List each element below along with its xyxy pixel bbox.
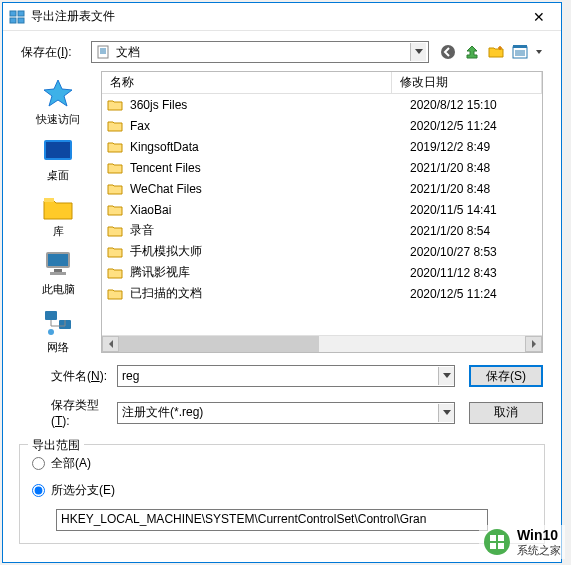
folder-icon bbox=[106, 285, 124, 303]
chevron-down-icon[interactable] bbox=[410, 43, 426, 61]
save-button[interactable]: 保存(S) bbox=[469, 365, 543, 387]
sidebar-item-libraries[interactable]: 库 bbox=[42, 193, 74, 239]
cancel-button[interactable]: 取消 bbox=[469, 402, 543, 424]
column-header-date[interactable]: 修改日期 bbox=[392, 72, 542, 93]
file-list-header: 名称 修改日期 bbox=[102, 72, 542, 94]
sidebar-item-label: 此电脑 bbox=[42, 282, 75, 297]
new-folder-button[interactable] bbox=[487, 43, 505, 61]
file-row[interactable]: XiaoBai2020/11/5 14:41 bbox=[102, 199, 542, 220]
file-row[interactable]: 录音2021/1/20 8:54 bbox=[102, 220, 542, 241]
scroll-left-button[interactable] bbox=[102, 336, 119, 352]
libraries-icon bbox=[42, 193, 74, 221]
file-date: 2021/1/20 8:48 bbox=[410, 182, 542, 196]
folder-icon bbox=[106, 243, 124, 261]
file-row[interactable]: Fax2020/12/5 11:24 bbox=[102, 115, 542, 136]
radio-all[interactable] bbox=[32, 457, 45, 470]
sidebar-item-quick-access[interactable]: 快速访问 bbox=[36, 77, 80, 127]
chevron-down-icon[interactable] bbox=[438, 404, 454, 422]
file-name: 录音 bbox=[130, 222, 410, 239]
file-date: 2020/11/5 14:41 bbox=[410, 203, 542, 217]
desktop-icon bbox=[42, 137, 74, 165]
file-row[interactable]: KingsoftData2019/12/2 8:49 bbox=[102, 136, 542, 157]
file-name: Tencent Files bbox=[130, 161, 410, 175]
sidebar-item-label: 快速访问 bbox=[36, 112, 80, 127]
svg-rect-1 bbox=[18, 11, 24, 16]
file-name: 360js Files bbox=[130, 98, 410, 112]
svg-rect-2 bbox=[10, 18, 16, 23]
filename-label: 文件名(N): bbox=[21, 368, 117, 385]
back-button[interactable] bbox=[439, 43, 457, 61]
column-header-name[interactable]: 名称 bbox=[102, 72, 392, 93]
close-button[interactable]: ✕ bbox=[519, 4, 559, 30]
svg-rect-15 bbox=[45, 311, 57, 320]
file-row[interactable]: Tencent Files2021/1/20 8:48 bbox=[102, 157, 542, 178]
scroll-right-button[interactable] bbox=[525, 336, 542, 352]
window-title: 导出注册表文件 bbox=[31, 8, 519, 25]
file-row[interactable]: 360js Files2020/8/12 15:10 bbox=[102, 94, 542, 115]
savein-value: 文档 bbox=[116, 44, 140, 61]
filetype-row: 保存类型(T): 注册文件(*.reg) 取消 bbox=[21, 397, 543, 428]
file-row[interactable]: 腾讯影视库2020/11/12 8:43 bbox=[102, 262, 542, 283]
places-sidebar: 快速访问 桌面 库 此电脑 网络 bbox=[21, 71, 95, 355]
view-dropdown[interactable] bbox=[535, 50, 543, 54]
folder-icon bbox=[106, 180, 124, 198]
file-name: Fax bbox=[130, 119, 410, 133]
svg-rect-10 bbox=[44, 198, 54, 202]
radio-selected[interactable] bbox=[32, 484, 45, 497]
svg-rect-13 bbox=[54, 269, 62, 272]
radio-selected-row[interactable]: 所选分支(E) bbox=[32, 482, 532, 499]
registry-icon bbox=[9, 9, 25, 25]
file-date: 2021/1/20 8:48 bbox=[410, 161, 542, 175]
folder-icon bbox=[106, 96, 124, 114]
svg-rect-19 bbox=[490, 535, 496, 541]
scroll-thumb[interactable] bbox=[119, 336, 319, 352]
filename-input[interactable]: reg bbox=[117, 365, 455, 387]
radio-all-row[interactable]: 全部(A) bbox=[32, 455, 532, 472]
horizontal-scrollbar[interactable] bbox=[102, 335, 542, 352]
file-list-area: 名称 修改日期 360js Files2020/8/12 15:10Fax202… bbox=[101, 71, 543, 353]
filename-row: 文件名(N): reg 保存(S) bbox=[21, 365, 543, 387]
up-button[interactable] bbox=[463, 43, 481, 61]
filename-value: reg bbox=[122, 369, 438, 383]
chevron-down-icon[interactable] bbox=[438, 367, 454, 385]
radio-all-label: 全部(A) bbox=[51, 455, 91, 472]
sidebar-item-desktop[interactable]: 桌面 bbox=[42, 137, 74, 183]
dialog-body: 保存在(I): 文档 快速访问 bbox=[3, 31, 561, 434]
scroll-track[interactable] bbox=[119, 336, 525, 352]
file-name: 已扫描的文档 bbox=[130, 285, 410, 302]
file-name: WeChat Files bbox=[130, 182, 410, 196]
sidebar-item-this-pc[interactable]: 此电脑 bbox=[42, 249, 75, 297]
svg-point-18 bbox=[484, 529, 510, 555]
export-registry-dialog: 导出注册表文件 ✕ 保存在(I): 文档 bbox=[2, 2, 562, 563]
filetype-value: 注册文件(*.reg) bbox=[122, 404, 438, 421]
filetype-label: 保存类型(T): bbox=[21, 397, 117, 428]
close-icon: ✕ bbox=[533, 10, 545, 24]
this-pc-icon bbox=[42, 249, 74, 279]
svg-rect-14 bbox=[50, 272, 66, 275]
folder-icon bbox=[106, 138, 124, 156]
svg-rect-12 bbox=[48, 254, 68, 266]
sidebar-item-network[interactable]: 网络 bbox=[42, 307, 74, 355]
svg-rect-9 bbox=[46, 142, 70, 158]
network-icon bbox=[42, 307, 74, 337]
file-row[interactable]: 手机模拟大师2020/10/27 8:53 bbox=[102, 241, 542, 262]
radio-selected-label: 所选分支(E) bbox=[51, 482, 115, 499]
file-row[interactable]: WeChat Files2021/1/20 8:48 bbox=[102, 178, 542, 199]
svg-rect-20 bbox=[498, 535, 504, 541]
view-button[interactable] bbox=[511, 43, 529, 61]
documents-icon bbox=[96, 44, 112, 60]
branch-path-input[interactable]: HKEY_LOCAL_MACHINE\SYSTEM\CurrentControl… bbox=[56, 509, 488, 531]
savein-combobox[interactable]: 文档 bbox=[91, 41, 429, 63]
filetype-combobox[interactable]: 注册文件(*.reg) bbox=[117, 402, 455, 424]
savein-row: 保存在(I): 文档 bbox=[21, 41, 543, 63]
file-row[interactable]: 已扫描的文档2020/12/5 11:24 bbox=[102, 283, 542, 304]
titlebar[interactable]: 导出注册表文件 ✕ bbox=[3, 3, 561, 31]
file-date: 2020/8/12 15:10 bbox=[410, 98, 542, 112]
svg-point-17 bbox=[48, 329, 54, 335]
svg-rect-21 bbox=[490, 543, 496, 549]
file-date: 2020/12/5 11:24 bbox=[410, 119, 542, 133]
svg-point-5 bbox=[441, 45, 455, 59]
file-list[interactable]: 360js Files2020/8/12 15:10Fax2020/12/5 1… bbox=[102, 94, 542, 335]
file-date: 2020/11/12 8:43 bbox=[410, 266, 542, 280]
toolbar bbox=[439, 43, 543, 61]
